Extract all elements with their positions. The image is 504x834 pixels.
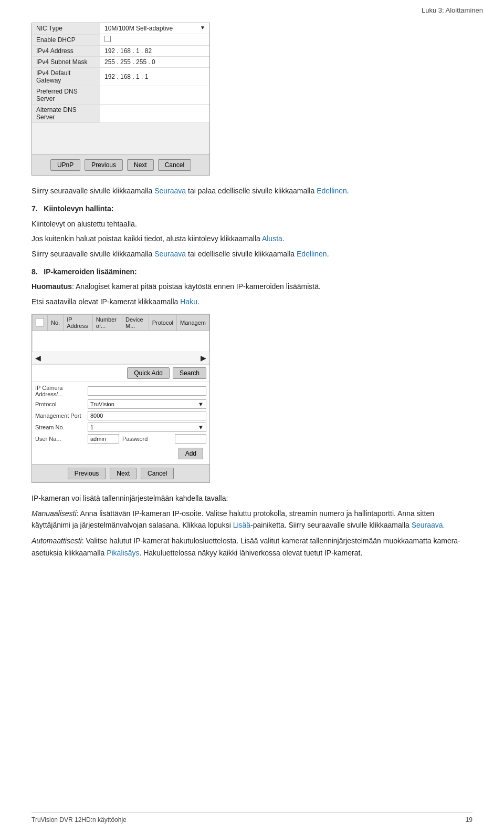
col-number: Number of...: [92, 315, 122, 331]
ip-nav-buttons: Previous Next Cancel: [32, 464, 209, 482]
quick-add-row: Quick Add Search: [32, 365, 209, 382]
ip-address-input[interactable]: [88, 386, 206, 396]
nic-row: IPv4 Subnet Mask255 . 255 . 255 . 0: [32, 57, 209, 68]
col-no: No.: [48, 315, 64, 331]
ip-form-section: IP Camera Address/... Protocol TruVision…: [32, 382, 209, 464]
previous-button[interactable]: Previous: [85, 159, 123, 171]
next-button[interactable]: Next: [127, 159, 154, 171]
ip-table-header-row: No. IP Address Number of... Device M... …: [33, 315, 209, 331]
mgmt-port-row: Management Port 8000: [35, 411, 206, 420]
stream-row: Stream No. 1 ▼: [35, 423, 206, 432]
ip-previous-button[interactable]: Previous: [68, 468, 106, 479]
ip-address-row: IP Camera Address/...: [35, 385, 206, 397]
table-next-arrow[interactable]: ▶: [201, 354, 206, 362]
password-input[interactable]: [175, 434, 206, 444]
stream-select[interactable]: 1 ▼: [88, 423, 206, 432]
nic-row-label: NIC Type: [32, 23, 100, 34]
ip-cancel-button[interactable]: Cancel: [141, 468, 174, 479]
ip-camera-screenshot: No. IP Address Number of... Device M... …: [32, 314, 210, 483]
nic-row: NIC Type10M/100M Self-adaptive▼: [32, 23, 209, 34]
nic-row-value: 192 . 168 . 1 . 1: [100, 68, 209, 86]
nic-row-label: Enable DHCP: [32, 34, 100, 46]
protocol-select[interactable]: TruVision ▼: [88, 399, 206, 409]
nic-empty-area: [32, 123, 209, 155]
nic-row: Preferred DNS Server: [32, 86, 209, 105]
add-button-row: Add: [35, 446, 206, 461]
nic-row-label: Alternate DNS Server: [32, 105, 100, 123]
col-ip: IP Address: [64, 315, 93, 331]
ip-next-button[interactable]: Next: [110, 468, 136, 479]
section-7: 7. Kiintolevyn hallinta: Kiintolevyt on …: [32, 203, 472, 260]
upnp-button[interactable]: UPnP: [50, 159, 80, 171]
nic-row-label: IPv4 Address: [32, 46, 100, 57]
intro-text: Siirry seuraavalle sivulle klikkaamalla …: [32, 185, 472, 197]
nic-row-value: 192 . 168 . 1 . 82: [100, 46, 209, 57]
nic-table: NIC Type10M/100M Self-adaptive▼Enable DH…: [32, 23, 209, 123]
chapter-title: Luku 3: Aloittaminen: [422, 6, 483, 14]
footer-right: 19: [466, 816, 472, 823]
footer-left: TruVision DVR 12HD:n käyttöohje: [32, 816, 127, 823]
nic-row: IPv4 Address192 . 168 . 1 . 82: [32, 46, 209, 57]
header-checkbox: [36, 318, 44, 326]
section-8-heading: 8. IP-kameroiden lisääminen: Huomautus: …: [32, 266, 472, 307]
ip-camera-table: No. IP Address Number of... Device M... …: [32, 314, 209, 352]
bottom-text: IP-kameran voi lisätä tallenninjärjestel…: [32, 492, 472, 559]
nic-row: Alternate DNS Server: [32, 105, 209, 123]
nic-row-label: Preferred DNS Server: [32, 86, 100, 105]
nic-row-value: [100, 105, 209, 123]
nic-row-label: IPv4 Subnet Mask: [32, 57, 100, 68]
username-input[interactable]: admin: [88, 434, 119, 444]
add-camera-button[interactable]: Add: [178, 448, 203, 459]
ip-table-empty-row: [33, 331, 209, 352]
nic-row-value: [100, 34, 209, 46]
nic-row-value: 10M/100M Self-adaptive▼: [100, 23, 209, 34]
col-manage: Managem: [177, 315, 209, 331]
protocol-row: Protocol TruVision ▼: [35, 399, 206, 409]
page-footer: TruVision DVR 12HD:n käyttöohje 19: [32, 812, 472, 823]
nic-row-value: 255 . 255 . 255 . 0: [100, 57, 209, 68]
col-device: Device M...: [122, 315, 149, 331]
nic-row: IPv4 Default Gateway192 . 168 . 1 . 1: [32, 68, 209, 86]
nic-row: Enable DHCP: [32, 34, 209, 46]
page-header: Luku 3: Aloittaminen: [0, 0, 504, 17]
col-checkbox: [33, 315, 48, 331]
table-prev-arrow[interactable]: ◀: [35, 354, 41, 362]
nic-buttons: UPnP Previous Next Cancel: [32, 155, 209, 175]
ip-camera-table-container: No. IP Address Number of... Device M... …: [32, 314, 209, 365]
username-row: User Na... admin Password: [35, 434, 206, 444]
nic-row-value: [100, 86, 209, 105]
quick-add-button[interactable]: Quick Add: [127, 367, 170, 379]
col-protocol: Protocol: [149, 315, 176, 331]
cancel-button[interactable]: Cancel: [158, 159, 191, 171]
nic-screenshot: NIC Type10M/100M Self-adaptive▼Enable DH…: [32, 23, 210, 176]
nic-row-label: IPv4 Default Gateway: [32, 68, 100, 86]
search-button[interactable]: Search: [173, 367, 206, 379]
mgmt-port-input[interactable]: 8000: [88, 411, 206, 420]
